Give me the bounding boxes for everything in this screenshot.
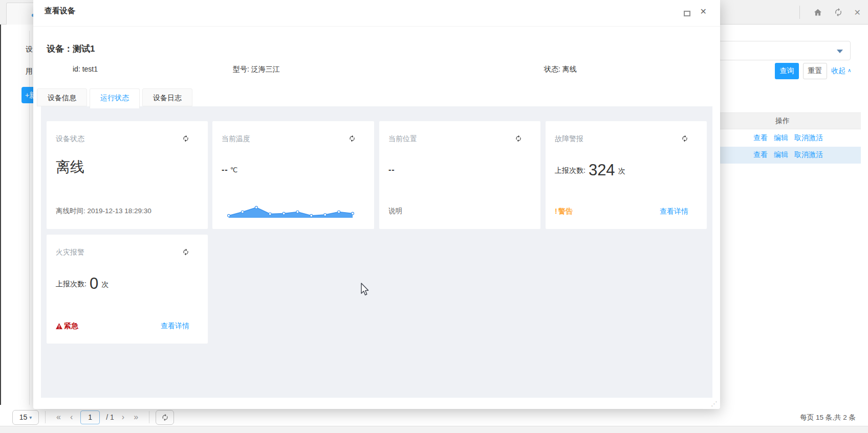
home-icon[interactable] <box>813 8 822 17</box>
exclamation-icon: ! <box>555 207 557 215</box>
view-link[interactable]: 查看 <box>753 133 768 143</box>
tab-device-info[interactable]: 设备信息 <box>37 88 87 106</box>
card-title: 当前位置 <box>388 134 417 144</box>
page-number-input[interactable] <box>80 411 100 424</box>
device-status-value: 离线 <box>56 157 84 177</box>
refresh-icon <box>161 414 169 421</box>
first-page-button[interactable]: « <box>52 413 66 422</box>
warning-label: 警告 <box>558 207 573 215</box>
card-fire-alarm: 火灾报警 上报次数: 0 次 紧急 查看详情 <box>47 235 208 344</box>
card-location: 当前位置 -- 说明 <box>379 121 540 229</box>
report-count-label: 上报次数: <box>555 166 585 178</box>
add-button[interactable]: +新 <box>21 87 33 103</box>
card-device-status: 设备状态 离线 离线时间: 2019-12-13 18:29:30 <box>47 121 208 229</box>
card-temperature: 当前温度 --℃ <box>212 121 374 229</box>
resize-handle[interactable]: ⋰ <box>711 400 717 407</box>
card-title: 设备状态 <box>56 134 84 144</box>
report-count-value: 324 <box>589 162 615 178</box>
status-strip <box>0 426 868 433</box>
refresh-icon[interactable] <box>349 135 356 144</box>
deactivate-link[interactable]: 取消激活 <box>794 133 823 143</box>
device-id: id: test1 <box>73 65 98 73</box>
location-value: -- <box>388 165 395 174</box>
view-device-modal: 查看设备 ✕ 设备：测试1 id: test1 型号: 泛海三江 状态: 离线 … <box>33 0 720 409</box>
report-count-unit: 次 <box>101 280 108 291</box>
view-link[interactable]: 查看 <box>753 150 768 159</box>
collapse-link[interactable]: 收起 ∧ <box>831 66 851 76</box>
temperature-unit: ℃ <box>230 166 238 174</box>
refresh-icon[interactable] <box>681 135 688 144</box>
view-detail-link[interactable]: 查看详情 <box>660 207 688 216</box>
edit-link[interactable]: 编辑 <box>774 150 788 159</box>
pagination-summary: 每页 15 条,共 2 条 <box>800 413 856 422</box>
maximize-icon[interactable] <box>684 11 690 16</box>
offline-time: 离线时间: 2019-12-13 18:29:30 <box>56 207 151 216</box>
refresh-list-button[interactable] <box>156 410 174 425</box>
temperature-value: --℃ <box>222 165 238 174</box>
filter-label-clipped-1: 设 <box>26 45 33 54</box>
reset-button[interactable]: 重置 <box>803 63 827 79</box>
refresh-icon[interactable] <box>182 248 189 257</box>
temperature-number: -- <box>222 165 228 174</box>
modal-tabs: 设备信息 运行状态 设备日志 <box>37 88 192 108</box>
tab-device-log[interactable]: 设备日志 <box>142 88 192 106</box>
card-title: 火灾报警 <box>56 248 84 257</box>
prev-page-button[interactable]: ‹ <box>66 413 77 422</box>
modal-title: 查看设备 <box>45 6 75 16</box>
modal-header: 查看设备 ✕ <box>33 0 720 27</box>
mouse-cursor <box>358 282 371 297</box>
device-status: 状态: 离线 <box>544 65 577 74</box>
view-detail-link[interactable]: 查看详情 <box>161 322 189 331</box>
pagination-bar: 15 ▾ « ‹ / 1 › » <box>12 409 174 425</box>
collapse-label: 收起 <box>831 66 845 75</box>
danger-label: 紧急 <box>64 322 78 331</box>
report-count-value: 0 <box>90 276 98 291</box>
table-row-actions-2: 查看 编辑 取消激活 <box>753 150 823 159</box>
device-title: 设备：测试1 <box>47 43 95 55</box>
next-page-button[interactable]: › <box>117 413 129 422</box>
device-model: 型号: 泛海三江 <box>233 65 280 74</box>
filter-label-clipped-2: 用 <box>26 67 33 76</box>
chevron-down-icon <box>837 50 843 53</box>
table-header-operation: 操作 <box>775 117 790 126</box>
close-icon[interactable]: ✕ <box>854 8 861 17</box>
refresh-icon[interactable] <box>834 8 843 17</box>
refresh-icon[interactable] <box>182 135 189 144</box>
page-size-value: 15 <box>19 413 28 421</box>
window-left-edge <box>0 0 1 405</box>
card-fault-alarm: 故障警报 上报次数: 324 次 !警告 查看详情 <box>546 121 707 229</box>
card-title: 故障警报 <box>555 134 583 144</box>
table-row-actions-1: 查看 编辑 取消激活 <box>753 133 823 143</box>
caret-up-icon: ∧ <box>848 67 851 73</box>
report-count-unit: 次 <box>618 167 625 178</box>
report-count-label: 上报次数: <box>56 280 86 291</box>
divider <box>799 6 800 19</box>
total-pages-label: / 1 <box>106 413 114 421</box>
last-page-button[interactable]: » <box>129 413 143 422</box>
divider <box>149 411 149 423</box>
edit-link[interactable]: 编辑 <box>774 133 788 143</box>
tab-running-state[interactable]: 运行状态 <box>90 88 140 108</box>
close-icon[interactable]: ✕ <box>700 7 707 16</box>
temperature-sparkline <box>227 205 355 218</box>
warning-badge: !警告 <box>555 207 573 216</box>
page-size-select[interactable]: 15 ▾ <box>12 410 39 425</box>
query-button[interactable]: 查询 <box>775 63 799 79</box>
location-note: 说明 <box>388 207 402 216</box>
deactivate-link[interactable]: 取消激活 <box>794 150 823 159</box>
warning-triangle-icon <box>56 323 62 329</box>
caret-down-icon: ▾ <box>29 415 32 420</box>
danger-badge: 紧急 <box>56 322 78 331</box>
refresh-icon[interactable] <box>515 135 522 144</box>
card-title: 当前温度 <box>222 134 250 144</box>
divider <box>45 411 46 423</box>
